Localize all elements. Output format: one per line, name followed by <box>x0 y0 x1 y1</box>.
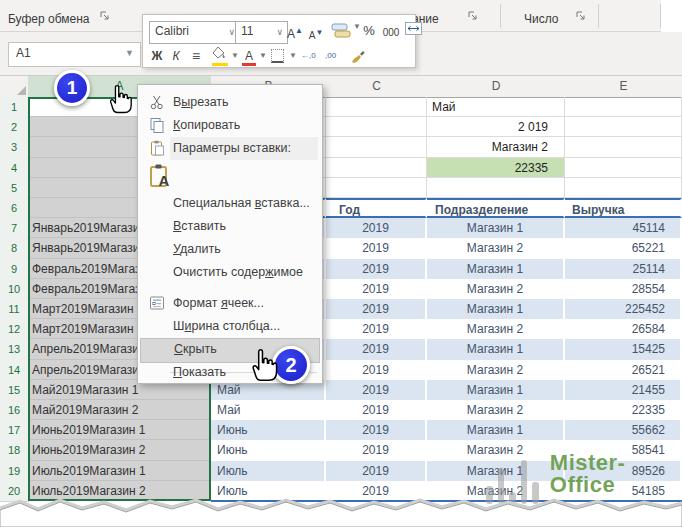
cell-E14[interactable]: 26521 <box>565 360 682 380</box>
cell-C2[interactable] <box>326 117 427 137</box>
fill-color-icon[interactable] <box>211 46 229 66</box>
cell-C6[interactable]: Год <box>326 198 427 218</box>
cell-E16[interactable]: 22335 <box>565 400 682 420</box>
menu-item-paste-special[interactable]: Специальная вставка... <box>140 192 320 215</box>
chevron-down-icon[interactable]: ▼ <box>231 51 239 60</box>
format-painter-brush-icon[interactable] <box>349 46 367 67</box>
cell-D16[interactable]: Магазин 2 <box>427 400 565 420</box>
cell-C3[interactable] <box>326 137 427 157</box>
comma-style-button[interactable]: 000 <box>379 23 403 43</box>
cell-D5[interactable] <box>427 178 565 198</box>
cell-E5[interactable] <box>565 178 682 198</box>
cell-C18[interactable]: 2019 <box>326 440 427 460</box>
cell-E8[interactable]: 65221 <box>565 238 682 258</box>
cell-D12[interactable]: Магазин 2 <box>427 319 565 339</box>
cell-E7[interactable]: 45114 <box>565 218 682 238</box>
increase-font-size-button[interactable]: A▲ <box>285 21 305 41</box>
cell-D7[interactable]: Магазин 1 <box>427 218 565 238</box>
cell-D4[interactable]: 22335 <box>427 158 565 178</box>
cell-D3[interactable]: Магазин 2 <box>427 137 565 157</box>
cell-C12[interactable]: 2019 <box>326 319 427 339</box>
cell-C9[interactable]: 2019 <box>326 259 427 279</box>
cell-C13[interactable]: 2019 <box>326 339 427 359</box>
cell-D8[interactable]: Магазин 2 <box>427 238 565 258</box>
cell-A19[interactable]: Июль2019Магазин 1 <box>28 461 211 481</box>
cell-C4[interactable] <box>326 158 427 178</box>
cell-E9[interactable]: 25114 <box>565 259 682 279</box>
cell-D1[interactable]: Май <box>427 97 565 117</box>
menu-item-delete[interactable]: Удалить <box>140 238 320 261</box>
cell-B19[interactable]: Июль <box>211 461 326 481</box>
cell-E2[interactable] <box>565 117 682 137</box>
column-header-e[interactable]: E <box>565 76 682 98</box>
cell-E6[interactable]: Выручка <box>565 198 682 218</box>
cell-E17[interactable]: 55662 <box>565 420 682 440</box>
cell-C16[interactable]: 2019 <box>326 400 427 420</box>
cell-D13[interactable]: Магазин 1 <box>427 339 565 359</box>
cell-D14[interactable]: Магазин 2 <box>427 360 565 380</box>
align-lines-icon[interactable]: ≡ <box>187 46 205 66</box>
cell-A16[interactable]: Май2019Магазин 2 <box>28 400 211 420</box>
column-header-c[interactable]: C <box>326 76 428 98</box>
menu-item-format-cells[interactable]: Формат ячеек... <box>140 292 320 315</box>
cell-E12[interactable]: 26584 <box>565 319 682 339</box>
cell-C10[interactable]: 2019 <box>326 279 427 299</box>
cell-C14[interactable]: 2019 <box>326 360 427 380</box>
chevron-down-icon[interactable]: ▼ <box>289 51 297 60</box>
cell-A18[interactable]: Июнь2019Магазин 2 <box>28 440 211 460</box>
cell-D17[interactable]: Магазин 1 <box>427 420 565 440</box>
font-size-select[interactable]: 11∨ <box>235 21 288 44</box>
accounting-format-icon[interactable] <box>331 23 351 41</box>
chevron-down-icon[interactable]: ▼ <box>259 51 267 60</box>
cell-E3[interactable] <box>565 137 682 157</box>
cell-D6[interactable]: Подразделение <box>427 198 565 218</box>
decrease-font-size-button[interactable]: A▼ <box>307 23 325 43</box>
cell-C8[interactable]: 2019 <box>326 238 427 258</box>
chevron-down-icon[interactable]: ▼ <box>353 22 361 31</box>
cell-C15[interactable]: 2019 <box>326 380 427 400</box>
increase-decimal-button[interactable]: ←,0 <box>301 51 316 60</box>
menu-item-insert[interactable]: Вставить <box>140 215 320 238</box>
cell-D9[interactable]: Магазин 1 <box>427 259 565 279</box>
cell-C17[interactable]: 2019 <box>326 420 427 440</box>
cell-E15[interactable]: 21455 <box>565 380 682 400</box>
number-dialog-launcher-icon[interactable] <box>576 7 586 25</box>
cell-A17[interactable]: Июнь2019Магазин 1 <box>28 420 211 440</box>
menu-item-cut[interactable]: Вырезать <box>140 91 320 114</box>
cell-D15[interactable]: Магазин 1 <box>427 380 565 400</box>
borders-icon[interactable] <box>271 49 284 66</box>
name-box-dropdown-icon[interactable]: ▼ <box>125 43 134 64</box>
percent-style-button[interactable]: % <box>361 21 377 41</box>
cell-E13[interactable]: 15425 <box>565 339 682 359</box>
clipboard-dialog-launcher-icon[interactable] <box>100 7 110 25</box>
cell-C5[interactable] <box>326 178 427 198</box>
italic-button[interactable]: К <box>169 46 183 66</box>
sheet-row-13: Апрель2019Магазин 1 Апрель 2019 Магазин … <box>0 339 682 359</box>
cell-D10[interactable]: Магазин 2 <box>427 279 565 299</box>
column-width-icon[interactable] <box>405 22 422 38</box>
cell-C19[interactable]: 2019 <box>326 461 427 481</box>
menu-item-column-width[interactable]: Ширина столбца... <box>140 315 320 338</box>
alignment-dialog-launcher-icon[interactable] <box>468 7 478 25</box>
name-box[interactable]: A1 ▼ <box>8 42 141 67</box>
cell-E1[interactable] <box>565 97 682 117</box>
menu-item-clear-contents[interactable]: Очистить содержимое <box>140 261 320 284</box>
cell-B16[interactable]: Май <box>211 400 326 420</box>
font-color-button[interactable]: А <box>241 46 257 66</box>
cell-E4[interactable] <box>565 158 682 178</box>
cell-C11[interactable]: 2019 <box>326 299 427 319</box>
cell-E11[interactable]: 225452 <box>565 299 682 319</box>
cell-C7[interactable]: 2019 <box>326 218 427 238</box>
cell-C1[interactable] <box>326 97 427 117</box>
cell-E10[interactable]: 28554 <box>565 279 682 299</box>
cell-D11[interactable]: Магазин 1 <box>427 299 565 319</box>
cell-B18[interactable]: Июнь <box>211 440 326 460</box>
font-name-select[interactable]: Calibri∨ <box>149 21 240 44</box>
cell-D2[interactable]: 2 019 <box>427 117 565 137</box>
decrease-decimal-button[interactable]: ,00 <box>325 51 336 60</box>
cell-B17[interactable]: Июнь <box>211 420 326 440</box>
bold-button[interactable]: Ж <box>149 46 165 66</box>
select-all-corner[interactable] <box>0 76 29 98</box>
menu-item-copy[interactable]: Копировать <box>140 114 320 137</box>
column-header-d[interactable]: D <box>427 76 566 98</box>
